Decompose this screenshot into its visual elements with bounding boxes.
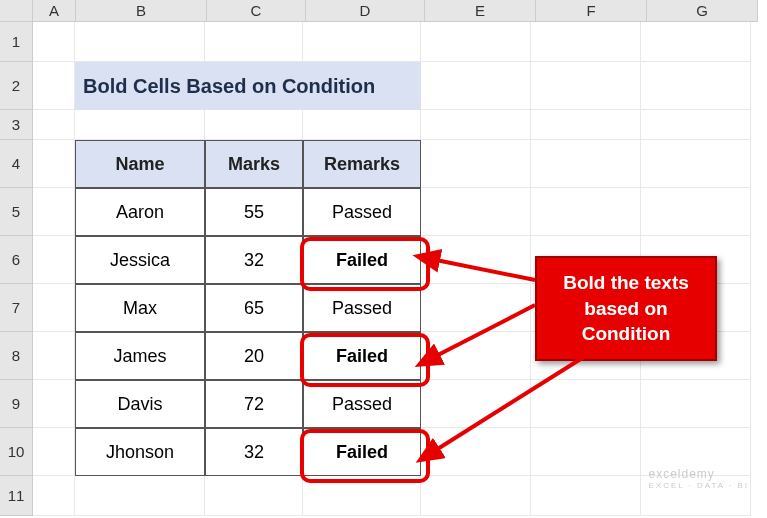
cell-G4[interactable]	[641, 140, 751, 188]
cell-A1[interactable]	[33, 22, 75, 62]
col-header-C[interactable]: C	[207, 0, 306, 22]
cell-E6[interactable]	[421, 236, 531, 284]
cell-E9[interactable]	[421, 380, 531, 428]
table-header-remarks[interactable]: Remarks	[303, 140, 421, 188]
row-header-2[interactable]: 2	[0, 62, 33, 110]
cell-D3[interactable]	[303, 110, 421, 140]
cell-G5[interactable]	[641, 188, 751, 236]
cell-marks-4[interactable]: 72	[205, 380, 303, 428]
cell-E4[interactable]	[421, 140, 531, 188]
row-header-7[interactable]: 7	[0, 284, 33, 332]
row-header-8[interactable]: 8	[0, 332, 33, 380]
cell-remarks-0[interactable]: Passed	[303, 188, 421, 236]
cell-remarks-1[interactable]: Failed	[303, 236, 421, 284]
cell-name-2[interactable]: Max	[75, 284, 205, 332]
cell-D11[interactable]	[303, 476, 421, 516]
title-cell[interactable]: Bold Cells Based on Condition	[75, 62, 421, 110]
watermark-main: exceldemy	[648, 467, 714, 481]
cell-E10[interactable]	[421, 428, 531, 476]
cell-C3[interactable]	[205, 110, 303, 140]
select-all-corner[interactable]	[0, 0, 33, 22]
cell-remarks-5[interactable]: Failed	[303, 428, 421, 476]
cell-marks-5[interactable]: 32	[205, 428, 303, 476]
table-header-name[interactable]: Name	[75, 140, 205, 188]
cell-remarks-4[interactable]: Passed	[303, 380, 421, 428]
column-headers: A B C D E F G	[0, 0, 758, 22]
col-header-A[interactable]: A	[33, 0, 76, 22]
cell-A4[interactable]	[33, 140, 75, 188]
callout-box: Bold the textsbased onCondition	[535, 256, 717, 361]
cell-A3[interactable]	[33, 110, 75, 140]
cell-E7[interactable]	[421, 284, 531, 332]
cell-E3[interactable]	[421, 110, 531, 140]
cell-G2[interactable]	[641, 62, 751, 110]
cell-C1[interactable]	[205, 22, 303, 62]
col-header-G[interactable]: G	[647, 0, 758, 22]
cell-name-1[interactable]: Jessica	[75, 236, 205, 284]
row-header-10[interactable]: 10	[0, 428, 33, 476]
cell-E1[interactable]	[421, 22, 531, 62]
row-header-1[interactable]: 1	[0, 22, 33, 62]
cell-A5[interactable]	[33, 188, 75, 236]
cell-B11[interactable]	[75, 476, 205, 516]
row-header-4[interactable]: 4	[0, 140, 33, 188]
cell-B1[interactable]	[75, 22, 205, 62]
row-header-9[interactable]: 9	[0, 380, 33, 428]
cell-F3[interactable]	[531, 110, 641, 140]
cell-A7[interactable]	[33, 284, 75, 332]
cell-D1[interactable]	[303, 22, 421, 62]
row-header-11[interactable]: 11	[0, 476, 33, 516]
cell-F5[interactable]	[531, 188, 641, 236]
cell-E2[interactable]	[421, 62, 531, 110]
cell-A2[interactable]	[33, 62, 75, 110]
cell-A9[interactable]	[33, 380, 75, 428]
cell-marks-0[interactable]: 55	[205, 188, 303, 236]
cell-G9[interactable]	[641, 380, 751, 428]
table-header-marks[interactable]: Marks	[205, 140, 303, 188]
watermark: exceldemy EXCEL · DATA · BI	[648, 467, 749, 490]
cell-E8[interactable]	[421, 332, 531, 380]
cell-B3[interactable]	[75, 110, 205, 140]
row-header-5[interactable]: 5	[0, 188, 33, 236]
cell-C11[interactable]	[205, 476, 303, 516]
cell-remarks-3[interactable]: Failed	[303, 332, 421, 380]
cell-A11[interactable]	[33, 476, 75, 516]
cell-A8[interactable]	[33, 332, 75, 380]
cell-A10[interactable]	[33, 428, 75, 476]
cell-name-4[interactable]: Davis	[75, 380, 205, 428]
cell-marks-2[interactable]: 65	[205, 284, 303, 332]
cell-name-5[interactable]: Jhonson	[75, 428, 205, 476]
cell-name-0[interactable]: Aaron	[75, 188, 205, 236]
cell-F4[interactable]	[531, 140, 641, 188]
cell-F10[interactable]	[531, 428, 641, 476]
row-header-6[interactable]: 6	[0, 236, 33, 284]
cell-F11[interactable]	[531, 476, 641, 516]
cell-remarks-2[interactable]: Passed	[303, 284, 421, 332]
cell-F2[interactable]	[531, 62, 641, 110]
cell-marks-1[interactable]: 32	[205, 236, 303, 284]
col-header-D[interactable]: D	[306, 0, 425, 22]
cell-E5[interactable]	[421, 188, 531, 236]
cell-E11[interactable]	[421, 476, 531, 516]
cell-name-3[interactable]: James	[75, 332, 205, 380]
cell-marks-3[interactable]: 20	[205, 332, 303, 380]
col-header-E[interactable]: E	[425, 0, 536, 22]
watermark-sub: EXCEL · DATA · BI	[648, 481, 749, 490]
cell-A6[interactable]	[33, 236, 75, 284]
col-header-F[interactable]: F	[536, 0, 647, 22]
col-header-B[interactable]: B	[76, 0, 207, 22]
cell-F9[interactable]	[531, 380, 641, 428]
cell-F1[interactable]	[531, 22, 641, 62]
cell-G1[interactable]	[641, 22, 751, 62]
cell-G3[interactable]	[641, 110, 751, 140]
row-header-3[interactable]: 3	[0, 110, 33, 140]
